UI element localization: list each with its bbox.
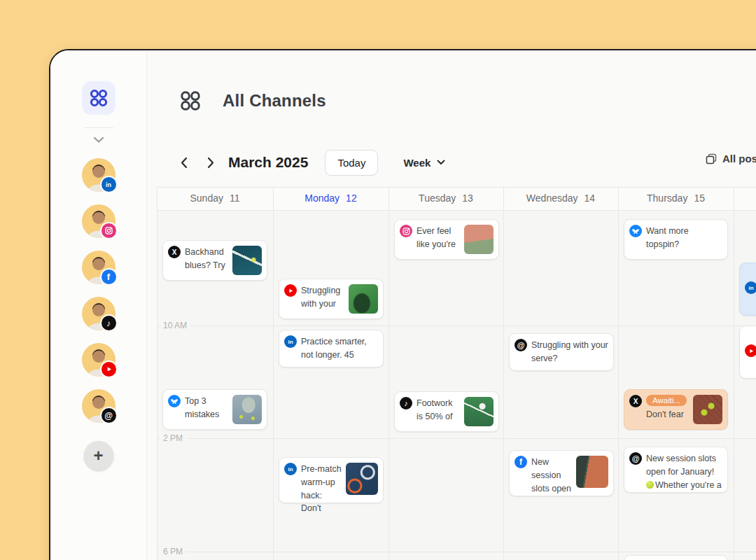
day-date: 14: [584, 192, 596, 204]
channels-sidebar: in f ♪: [50, 50, 147, 560]
post-card-linkedin-selected-partial[interactable]: in: [739, 262, 756, 316]
day-date: 15: [694, 192, 705, 204]
day-header-thursday: Thursday15: [618, 187, 734, 209]
day-header-tuesday: Tuesday13: [388, 187, 503, 209]
day-header-monday: Monday12: [273, 187, 388, 209]
post-thumbnail: [464, 397, 493, 426]
grid-line: [503, 187, 504, 560]
day-name: Tuesday: [419, 192, 456, 204]
post-text: Top 3 mistakes: [185, 395, 228, 421]
chevron-down-icon: [93, 136, 104, 143]
post-thumbnail: [349, 284, 378, 314]
post-thumbnail: [232, 246, 262, 275]
post-card-bluesky-top3[interactable]: Top 3 mistakes: [162, 389, 267, 430]
grid-line: [157, 326, 756, 326]
post-thumbnail: [576, 456, 608, 488]
calendar-toolbar: March 2025 Today Week: [174, 147, 445, 178]
calendar-body: 10 AM 2 PM 6 PM X Backhand blues? Try To…: [157, 210, 756, 560]
grid-line: [618, 187, 619, 560]
post-text-line2: Whether you're a: [655, 480, 722, 490]
day-name: Monday: [304, 192, 340, 204]
threads-icon: @: [514, 339, 527, 351]
time-label: 6 PM: [160, 547, 186, 556]
post-card-youtube-struggling[interactable]: Struggling with your: [279, 279, 384, 319]
main-content: All Channels March 2025 Today Week All p…: [147, 50, 756, 560]
day-header-sunday: Sunday11: [157, 187, 273, 209]
tiktok-icon: ♪: [100, 314, 118, 332]
bluesky-icon: [629, 225, 642, 237]
post-card-facebook-newsession[interactable]: f New session slots open: [509, 450, 614, 496]
grid-line: [273, 187, 274, 560]
week-calendar: Sunday11 Monday12 Tuesday13 Wednesday14 …: [157, 187, 756, 560]
day-name: Sunday: [190, 192, 223, 204]
grid-line: [157, 187, 158, 560]
sidebar-divider: [84, 127, 113, 128]
time-label: 2 PM: [160, 433, 186, 443]
view-label: Week: [403, 157, 430, 169]
instagram-icon: [400, 225, 412, 237]
channel-avatar-youtube[interactable]: [82, 343, 115, 377]
channel-avatar-threads[interactable]: @: [82, 389, 115, 423]
grid-line: [734, 187, 734, 560]
threads-icon: @: [629, 452, 642, 465]
post-card-linkedin-practice[interactable]: in Practice smarter, not longer. 45: [279, 330, 384, 368]
grid-line: [388, 187, 389, 560]
tiktok-icon: ♪: [400, 397, 412, 410]
post-card-youtube-partial[interactable]: [739, 326, 756, 379]
post-card-bluesky-topspin[interactable]: Want more topspin?: [624, 219, 728, 260]
view-selector[interactable]: Week: [403, 157, 445, 169]
linkedin-icon: in: [745, 281, 756, 294]
facebook-icon: f: [514, 456, 527, 468]
channel-avatar-tiktok[interactable]: ♪: [82, 297, 115, 330]
post-card-x-backhand[interactable]: X Backhand blues? Try: [162, 240, 267, 281]
post-text: New session slots open: [531, 456, 572, 495]
collapse-chevron-button[interactable]: [93, 136, 104, 143]
channel-avatar-instagram[interactable]: [82, 204, 115, 238]
instagram-icon: [100, 222, 118, 239]
post-thumbnail: [232, 395, 262, 424]
post-text: Practice smarter, not longer. 45: [301, 335, 378, 362]
add-channel-button[interactable]: +: [84, 441, 113, 470]
channel-avatar-facebook[interactable]: f: [82, 251, 115, 284]
all-channels-icon: [179, 90, 202, 112]
day-date: 12: [346, 192, 357, 204]
all-posts-toggle[interactable]: All posts: [706, 153, 756, 164]
linkedin-icon: in: [284, 335, 297, 348]
all-channels-grid-button[interactable]: [82, 81, 115, 115]
stacked-posts-icon: [706, 153, 717, 164]
channel-avatar-linkedin[interactable]: in: [82, 158, 115, 192]
post-text: Pre-match warm-up hack: Don't: [301, 463, 342, 515]
post-card-linkedin-prematch[interactable]: in Pre-match warm-up hack: Don't: [279, 457, 384, 503]
post-text: Backhand blues? Try: [185, 246, 228, 272]
grid-line: [157, 438, 756, 439]
next-week-button[interactable]: [200, 152, 221, 173]
post-text: Struggling with your serve?: [531, 339, 608, 365]
post-card-threads-serve[interactable]: @ Struggling with your serve?: [509, 333, 614, 371]
all-posts-label: All posts: [722, 153, 756, 164]
today-button[interactable]: Today: [325, 150, 378, 176]
tennis-ball-icon: [646, 481, 654, 489]
post-thumbnail: [464, 225, 493, 254]
bluesky-icon: [168, 395, 181, 407]
post-thumbnail: [693, 395, 722, 424]
facebook-icon: f: [100, 268, 118, 286]
post-card-instagram-everfeel[interactable]: Ever feel like you're: [394, 219, 499, 260]
post-card-threads-january[interactable]: @ New session slots open for January! Wh…: [624, 447, 728, 493]
day-date: 11: [230, 192, 240, 204]
prev-week-button[interactable]: [174, 152, 195, 173]
post-text: Struggling with your: [301, 284, 344, 311]
post-thumbnail: [693, 225, 722, 254]
post-thumbnail: [346, 463, 378, 495]
chevron-down-icon: [437, 160, 445, 165]
post-card-tiktok-footwork[interactable]: ♪ Footwork is 50% of: [394, 391, 499, 432]
post-body: Awaiti... Don't fear: [646, 395, 689, 421]
post-text: New session slots open for January! Whet…: [646, 452, 722, 491]
day-name: Wednesday: [526, 192, 578, 204]
post-text: Footwork is 50% of: [416, 397, 460, 424]
day-header-wednesday: Wednesday14: [503, 187, 618, 209]
status-badge: Awaiti...: [646, 395, 687, 406]
app-window: in f ♪: [49, 49, 756, 560]
x-icon: X: [168, 246, 181, 258]
post-card-partial-bottom[interactable]: [624, 555, 728, 560]
post-card-x-awaiting-approval[interactable]: X Awaiti... Don't fear: [624, 389, 728, 430]
